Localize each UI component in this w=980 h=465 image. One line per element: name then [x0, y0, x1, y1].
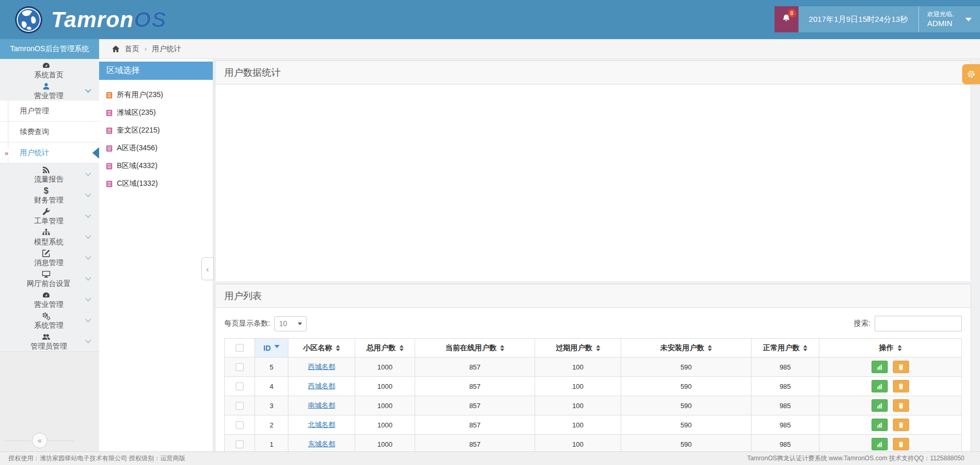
cell-total: 1000	[355, 435, 415, 452]
user-list-title: 用户列表	[215, 284, 971, 308]
table-row: 4西城名都1000857100590985	[225, 377, 962, 396]
region-item-label: A区语(3456)	[117, 144, 158, 153]
footer-license-text: 授权使用：潍坊家园驿站电子技术有限公司 授权级别：运营商版	[8, 454, 185, 463]
cell-online: 857	[415, 435, 535, 452]
user-list-panel: 用户列表 每页显示条数: 10 搜索:	[215, 284, 971, 451]
community-name-link[interactable]: 西城名都	[308, 382, 335, 390]
sidebar-item-renewal-query[interactable]: 续费查询	[0, 122, 99, 142]
sidebar-item-finance[interactable]: $财务管理	[0, 184, 99, 205]
chevron-down-icon	[85, 295, 91, 301]
table-controls: 每页显示条数: 10 搜索:	[215, 308, 971, 338]
cell-total: 1000	[355, 357, 415, 377]
list-icon	[105, 162, 113, 170]
delete-button[interactable]	[893, 361, 909, 373]
column-header-ID[interactable]: ID	[255, 339, 288, 357]
footer: 授权使用：潍坊家园驿站电子技术有限公司 授权级别：运营商版 TamronOS腾龙…	[0, 451, 980, 465]
cell-id: 5	[255, 357, 288, 377]
search-input[interactable]	[875, 316, 962, 331]
sidebar-item-label: 营业管理	[34, 91, 64, 101]
view-chart-button[interactable]	[872, 380, 888, 392]
column-header-过期用户数[interactable]: 过期用户数	[535, 339, 621, 357]
column-label: 未安装用户数	[660, 343, 704, 353]
brand-logo[interactable]: TamronOS	[15, 6, 166, 34]
delete-button[interactable]	[893, 399, 909, 412]
region-item-label: 潍城区(235)	[117, 108, 156, 117]
sidebar-item-label: 网厅前台设置	[27, 279, 71, 289]
row-checkbox[interactable]	[236, 421, 244, 429]
sidebar-item-business-2[interactable]: 营业管理	[0, 289, 99, 309]
footer-support-text: TamronOS腾龙认证计费系统 www.TamronOS.com 技术支持QQ…	[747, 454, 964, 463]
cell-normal: 985	[752, 357, 819, 377]
top-header: TamronOS 8 2017年1月9日15时24分13秒 欢迎光临, ADMI…	[0, 0, 980, 39]
svg-text:$: $	[44, 186, 49, 195]
sidebar-collapse-button[interactable]: «	[32, 433, 47, 448]
region-item-all-users[interactable]: 所有用户(235)	[99, 86, 213, 104]
region-item-area-c[interactable]: C区域(1332)	[99, 175, 213, 193]
view-chart-button[interactable]	[872, 361, 888, 373]
chevron-down-icon	[85, 212, 91, 218]
cell-normal: 985	[752, 396, 819, 415]
column-label: 操作	[879, 343, 894, 353]
column-header-小区名称[interactable]: 小区名称	[288, 339, 355, 357]
column-header-未安装用户数[interactable]: 未安装用户数	[621, 339, 752, 357]
column-label: 过期用户数	[556, 343, 592, 353]
column-header-总用户数[interactable]: 总用户数	[355, 339, 415, 357]
breadcrumb-home[interactable]: 首页	[112, 44, 139, 54]
sidebar-item-portal-settings[interactable]: 网厅前台设置	[0, 268, 99, 289]
sidebar-menu: 系统首页营业管理用户管理续费查询»用户统计流量报告$财务管理工单管理模型系统消息…	[0, 59, 99, 351]
sitemap-icon	[41, 228, 51, 237]
sort-icon	[596, 345, 600, 351]
sidebar-item-user-statistics[interactable]: »用户统计	[0, 142, 99, 163]
select-all-checkbox[interactable]	[236, 344, 244, 352]
sidebar-item-user-management[interactable]: 用户管理	[0, 101, 99, 122]
list-icon	[105, 145, 113, 152]
sidebar-item-traffic-report[interactable]: 流量报告	[0, 163, 99, 184]
community-name-link[interactable]: 东城名都	[308, 440, 335, 448]
sidebar-item-admin[interactable]: 管理员管理	[0, 330, 99, 351]
row-checkbox[interactable]	[236, 363, 244, 371]
region-item-area-a[interactable]: A区语(3456)	[99, 139, 213, 157]
divider	[49, 440, 74, 441]
row-checkbox-cell	[225, 377, 255, 396]
view-chart-button[interactable]	[872, 419, 888, 431]
view-chart-button[interactable]	[872, 438, 888, 450]
home-icon	[112, 45, 120, 53]
dollar-icon: $	[41, 186, 51, 196]
sidebar-item-model-system[interactable]: 模型系统	[0, 226, 99, 247]
cell-uninstalled: 590	[621, 435, 752, 452]
page-size-select[interactable]: 10	[274, 316, 307, 331]
row-checkbox[interactable]	[236, 402, 244, 410]
sidebar-item-home[interactable]: 系统首页	[0, 59, 99, 80]
delete-button[interactable]	[893, 419, 909, 431]
user-menu[interactable]: 欢迎光临, ADMIN	[918, 6, 980, 32]
sidebar-item-label: 流量报告	[34, 175, 64, 184]
delete-button[interactable]	[893, 438, 909, 450]
page-size-label: 每页显示条数:	[224, 319, 270, 328]
column-header-checkbox[interactable]	[225, 339, 255, 357]
region-item-area-b[interactable]: B区域(4332)	[99, 157, 213, 175]
region-item-kuiwen[interactable]: 奎文区(2215)	[99, 122, 213, 139]
region-item-weicheng[interactable]: 潍城区(235)	[99, 104, 213, 122]
community-name-link[interactable]: 南城名都	[308, 401, 335, 409]
column-header-操作[interactable]: 操作	[819, 339, 962, 357]
sidebar-item-message[interactable]: 消息管理	[0, 247, 99, 268]
column-label: 当前在线用户数	[445, 343, 497, 353]
region-collapse-handle[interactable]: ‹	[201, 257, 214, 280]
view-chart-button[interactable]	[872, 399, 888, 412]
delete-button[interactable]	[893, 380, 909, 392]
community-name-link[interactable]: 北城名都	[308, 421, 335, 428]
sidebar-item-system[interactable]: 系统管理	[0, 309, 99, 330]
row-checkbox[interactable]	[236, 440, 244, 448]
cell-actions	[819, 435, 962, 452]
sidebar-item-work-order[interactable]: 工单管理	[0, 205, 99, 226]
community-name-link[interactable]: 西城名都	[308, 363, 335, 371]
cell-expired: 100	[535, 377, 621, 396]
sidebar-item-label: 管理员管理	[31, 342, 67, 351]
sidebar-item-business[interactable]: 营业管理	[0, 80, 99, 101]
column-header-当前在线用户数[interactable]: 当前在线用户数	[415, 339, 535, 357]
notifications-button[interactable]: 8	[775, 6, 798, 32]
settings-gear-button[interactable]	[962, 64, 980, 84]
cell-id: 3	[255, 396, 288, 415]
row-checkbox[interactable]	[236, 383, 244, 390]
column-header-正常用户数[interactable]: 正常用户数	[752, 339, 819, 357]
